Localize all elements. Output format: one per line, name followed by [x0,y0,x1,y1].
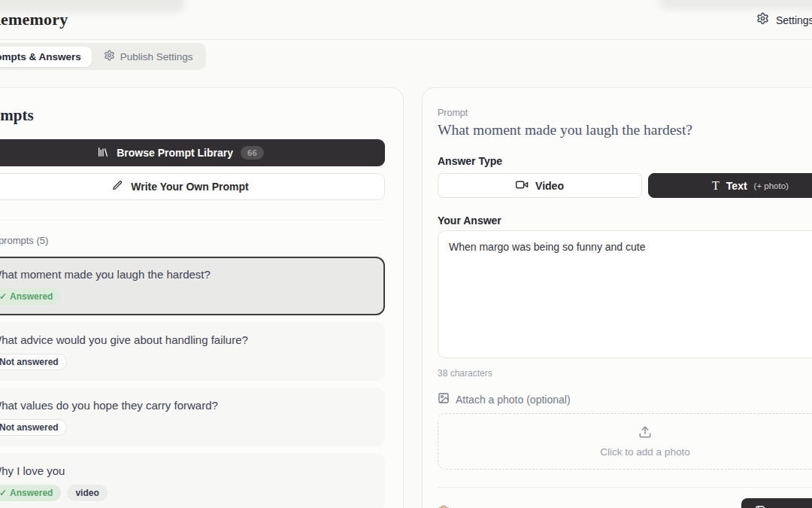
answer-type-toggle: Video T Text (+ photo) [438,173,812,198]
status-badge-answered: ✓Answered [0,485,61,501]
main-content: Prompts Browse Prompt Library 66 Write Y… [0,87,812,508]
brand-logo: Rememory [0,10,68,29]
text-type-icon: T [712,179,720,193]
gear-icon [756,12,769,28]
text-button-suffix: (+ photo) [754,181,789,190]
badge-row: Not answered [0,354,370,370]
divider [438,487,812,488]
tab-label: Publish Settings [120,51,193,62]
save-icon [755,505,767,508]
prompt-list-label: Your prompts (5) [0,235,385,246]
status-badge-not-answered: Not answered [0,354,67,370]
browse-prompt-library-button[interactable]: Browse Prompt Library 66 [0,139,385,166]
tab-bar: Prompts & Answers Publish Settings [0,43,812,70]
app-header: Rememory Settings [0,0,812,40]
prompt-count-badge: 66 [241,146,264,160]
list-item[interactable]: Why I love you ✓Answered video [0,453,385,508]
list-item[interactable]: What moment made you laugh the hardest? … [0,257,385,315]
pencil-icon [112,180,123,193]
settings-button[interactable]: Settings [756,0,812,40]
prompts-panel-title: Prompts [0,106,385,125]
text-button-label: Text [726,180,747,192]
status-badge-not-answered: Not answered [0,419,67,436]
write-your-own-prompt-button[interactable]: Write Your Own Prompt [0,173,385,200]
video-button-label: Video [535,180,564,192]
answer-textarea[interactable]: When margo was being so funny and cute [438,230,812,358]
tab-prompts-answers[interactable]: Prompts & Answers [0,47,92,67]
status-badge-answered: ✓Answered [0,288,61,305]
badge-row: ✓Answered [0,288,370,305]
page: Rememory Settings Prompts & Answers Publ… [0,0,812,508]
character-count: 38 characters [438,368,812,379]
video-answer-button[interactable]: Video [438,173,642,198]
attach-photo-label: Attach a photo (optional) [456,394,571,406]
settings-label: Settings [776,14,812,26]
list-item[interactable]: What values do you hope they carry forwa… [0,388,385,446]
gear-icon [104,50,115,63]
video-tag-badge: video [67,485,107,501]
check-icon: ✓ [0,488,7,498]
upload-hint: Click to add a photo [600,446,689,458]
attach-photo-label-row: Attach a photo (optional) [438,392,812,406]
delete-answer-button[interactable]: Delete Answer [438,505,527,508]
upload-icon [638,425,652,442]
prompt-question: Why I love you [0,464,370,479]
answer-panel: Prompt What moment made you laugh the ha… [422,87,812,508]
photo-upload-dropzone[interactable]: Click to add a photo [438,413,812,470]
answer-type-label: Answer Type [438,155,812,167]
prompts-panel: Prompts Browse Prompt Library 66 Write Y… [0,87,404,508]
write-button-label: Write Your Own Prompt [131,181,248,193]
badge-row: ✓Answered video [0,485,370,501]
image-icon [438,392,450,406]
save-answer-button[interactable]: Save Answer [741,498,812,508]
selected-prompt-question: What moment made you laugh the hardest? [438,122,812,138]
your-answer-label: Your Answer [438,214,812,227]
tab-segmented-control: Prompts & Answers Publish Settings [0,43,206,70]
video-camera-icon [516,178,529,193]
browse-button-label: Browse Prompt Library [117,147,233,159]
list-item[interactable]: What advice would you give about handlin… [0,322,385,381]
check-icon: ✓ [0,291,7,302]
prompt-question: What moment made you laugh the hardest? [0,267,370,282]
badge-row: Not answered [0,419,370,436]
library-icon [97,146,109,160]
prompt-label: Prompt [438,108,812,118]
text-answer-button[interactable]: T Text (+ photo) [648,173,812,198]
divider [0,220,385,221]
prompt-question: What advice would you give about handlin… [0,333,370,348]
answer-footer: Delete Answer Save Answer [438,498,812,508]
prompt-list: What moment made you laugh the hardest? … [0,257,385,508]
tab-publish-settings[interactable]: Publish Settings [93,45,204,68]
prompt-question: What values do you hope they carry forwa… [0,398,370,413]
trash-icon [438,505,450,508]
